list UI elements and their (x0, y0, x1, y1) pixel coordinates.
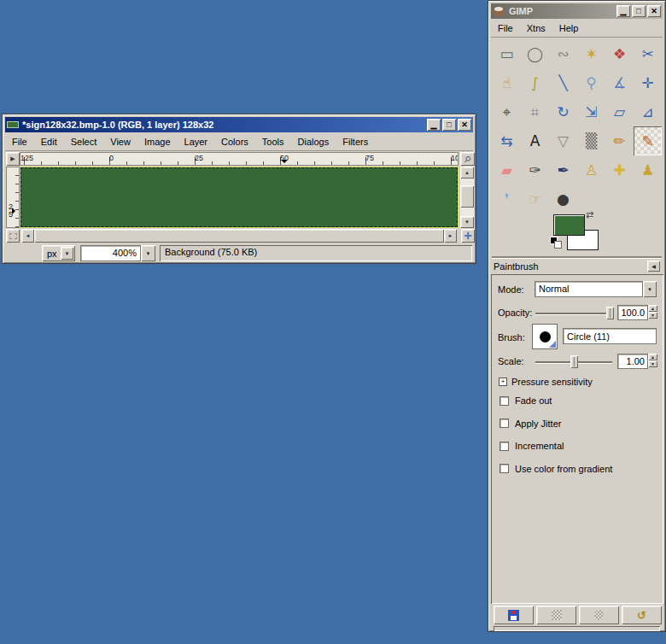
tool-text-button[interactable]: A (521, 126, 549, 155)
dropdown-icon[interactable]: ▼ (643, 281, 657, 297)
menu-edit[interactable]: Edit (34, 133, 64, 150)
tool-scale-button[interactable]: ⇲ (577, 97, 605, 126)
menu-colors[interactable]: Colors (214, 133, 255, 150)
checkbox-row-incremental[interactable]: Incremental (491, 441, 564, 451)
scale-value[interactable]: 1.00 (617, 354, 648, 369)
delete-tool-options-button[interactable] (579, 606, 619, 624)
tool-dodge-burn-button[interactable]: ● (549, 184, 577, 214)
close-button[interactable]: ✕ (458, 119, 471, 131)
restore-tool-options-button[interactable] (536, 606, 576, 624)
scroll-left-button[interactable]: ◄ (21, 229, 34, 243)
minimize-button[interactable]: ▁ (427, 119, 441, 131)
zoom-fit-button[interactable]: ⚲ (460, 152, 475, 166)
checkbox-row-fade-out[interactable]: Fade out (491, 395, 552, 406)
tool-blur-sharpen-button[interactable]: ❜ (493, 184, 521, 214)
tool-foreground-select-button[interactable]: ☝ (493, 68, 521, 97)
tool-scissors-button[interactable]: ✂ (634, 39, 662, 68)
scroll-down-button[interactable]: ▼ (460, 216, 474, 228)
tool-paintbrush-button[interactable]: ✎ (634, 126, 662, 155)
tool-color-picker-button[interactable]: ╲ (549, 68, 577, 97)
reset-tool-options-button[interactable]: ↺ (622, 606, 662, 624)
checkbox-row-apply-jitter[interactable]: Apply Jitter (491, 419, 561, 429)
default-colors-button[interactable] (550, 237, 564, 250)
dock-grip[interactable] (494, 626, 660, 631)
foreground-color-swatch[interactable] (553, 214, 585, 236)
scroll-right-button[interactable]: ► (444, 229, 457, 243)
menu-help[interactable]: Help (552, 20, 586, 37)
scroll-thumb[interactable] (460, 185, 474, 208)
menu-tools[interactable]: Tools (255, 133, 291, 150)
tool-pencil-button[interactable]: ✏ (605, 126, 634, 155)
tool-select-by-color-button[interactable]: ❖ (605, 39, 634, 68)
checkbox-incremental[interactable] (500, 442, 509, 451)
expander-plus-icon[interactable]: + (499, 378, 507, 386)
checkbox-row-use-color-from-gradient[interactable]: Use color from gradient (491, 464, 612, 474)
menu-image[interactable]: Image (137, 133, 178, 150)
tool-crop-button[interactable]: ⌗ (521, 97, 549, 126)
tool-fuzzy-select-button[interactable]: ✶ (577, 39, 605, 68)
swap-colors-icon[interactable]: ⇄ (586, 209, 593, 220)
panel-collapse-button[interactable]: ◀ (647, 261, 660, 272)
tool-paths-button[interactable]: ∫ (521, 68, 549, 97)
spinner-up-icon[interactable]: ▲ (648, 354, 657, 360)
tool-zoom-button[interactable]: ⚲ (577, 68, 605, 97)
menu-layer[interactable]: Layer (178, 133, 215, 150)
tool-clone-button[interactable]: ♙ (577, 155, 605, 184)
scroll-track[interactable] (34, 229, 444, 243)
scroll-up-button[interactable]: ▲ (460, 167, 474, 179)
dropdown-icon[interactable]: ▼ (61, 247, 73, 260)
mode-value[interactable]: Normal (535, 281, 643, 297)
tool-smudge-button[interactable]: ☞ (521, 184, 549, 214)
maximize-button[interactable]: □ (442, 119, 456, 131)
checkbox-apply-jitter[interactable] (500, 419, 509, 428)
scroll-track[interactable] (460, 179, 474, 216)
opacity-value[interactable]: 100.0 (617, 305, 648, 320)
tool-eraser-button[interactable]: ▰ (493, 155, 521, 184)
brush-name-field[interactable]: Circle (11) (563, 328, 657, 344)
tool-perspective-clone-button[interactable]: ♟ (634, 155, 662, 184)
zoom-select[interactable]: 400% ▼ (80, 245, 155, 261)
dropdown-icon[interactable]: ▼ (141, 245, 155, 261)
scale-slider-handle[interactable] (570, 355, 578, 368)
tool-ellipse-select-button[interactable]: ◯ (521, 39, 549, 68)
menu-view[interactable]: View (103, 133, 137, 150)
checkbox-fade-out[interactable] (500, 396, 509, 406)
tool-bucket-fill-button[interactable]: ▽ (549, 126, 577, 155)
tool-ink-button[interactable]: ✒ (549, 155, 577, 184)
tool-blend-button[interactable]: ▒ (577, 126, 605, 155)
vertical-ruler[interactable]: 25 (6, 167, 20, 228)
horizontal-scrollbar[interactable]: ◄ ► (21, 229, 457, 243)
ruler-menu-button[interactable]: ▶ (6, 152, 20, 166)
close-button[interactable]: ✕ (647, 5, 661, 17)
maximize-button[interactable]: □ (632, 5, 646, 17)
zoom-value[interactable]: 400% (80, 245, 141, 261)
tool-rotate-button[interactable]: ↻ (549, 97, 577, 126)
checkbox-use-color-from-gradient[interactable] (500, 464, 509, 473)
menu-xtns[interactable]: Xtns (520, 20, 552, 37)
menu-select[interactable]: Select (64, 133, 104, 150)
navigation-button[interactable]: ✛ (461, 229, 475, 243)
tool-free-select-button[interactable]: ∾ (549, 39, 577, 68)
tool-rectangle-select-button[interactable]: ▭ (493, 39, 521, 68)
tool-airbrush-button[interactable]: ✑ (521, 155, 549, 184)
tool-shear-button[interactable]: ▱ (605, 97, 634, 126)
tool-heal-button[interactable]: ✚ (605, 155, 634, 184)
scroll-thumb[interactable] (34, 229, 444, 243)
spinner-down-icon[interactable]: ▼ (648, 312, 657, 319)
vertical-scrollbar[interactable]: ▲ ▼ (460, 167, 474, 228)
menu-file[interactable]: File (491, 20, 520, 37)
minimize-button[interactable]: ▁ (616, 5, 630, 17)
spinner-up-icon[interactable]: ▲ (648, 305, 657, 312)
save-tool-options-button[interactable] (494, 606, 534, 624)
brush-preview-button[interactable] (532, 324, 558, 349)
tool-align-button[interactable]: ⌖ (493, 97, 521, 126)
opacity-slider-handle[interactable] (606, 307, 614, 319)
toolbox-titlebar[interactable]: GIMP ▁ □ ✕ (491, 3, 663, 19)
unit-select[interactable]: px ▼ (42, 245, 75, 261)
pressure-sensitivity-label[interactable]: Pressure sensitivity (511, 377, 593, 387)
opacity-slider-track[interactable] (535, 313, 612, 314)
tool-perspective-button[interactable]: ⊿ (634, 97, 662, 126)
image-window-titlebar[interactable]: *sign128x32.bmp-1.0 (RGB, 1 layer) 128x3… (5, 117, 473, 132)
tool-flip-button[interactable]: ⇆ (493, 126, 521, 155)
menu-dialogs[interactable]: Dialogs (291, 133, 336, 150)
